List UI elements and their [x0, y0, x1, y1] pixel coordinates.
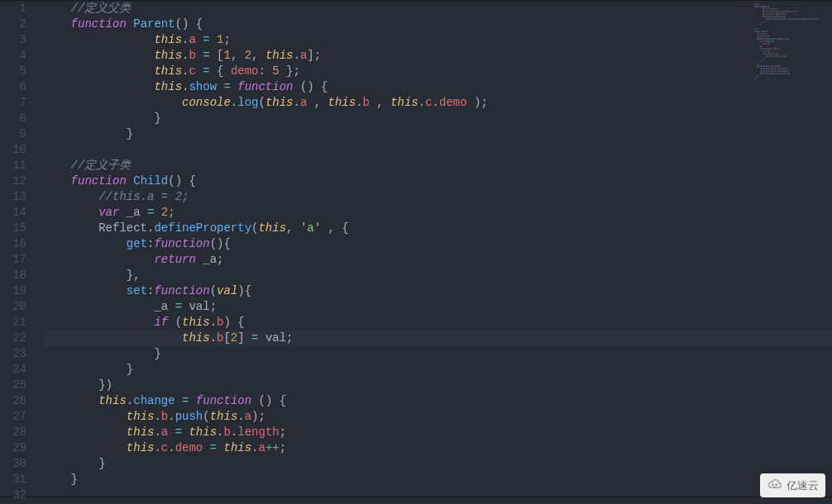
code-line[interactable]: },: [43, 268, 832, 283]
watermark-badge: 亿速云: [760, 473, 825, 497]
code-content[interactable]: //定义父类 function Parent() { this.a = 1; t…: [35, 1, 832, 497]
line-number: 8: [0, 111, 26, 126]
code-line[interactable]: if (this.b) {: [43, 315, 832, 330]
code-line[interactable]: this.b[2] = val;: [43, 330, 832, 346]
line-number: 13: [0, 189, 26, 205]
line-number: 30: [0, 456, 26, 472]
line-number: 15: [0, 221, 26, 236]
line-number: 6: [0, 79, 26, 95]
line-number: 25: [0, 378, 26, 393]
code-line[interactable]: var _a = 2;: [43, 205, 832, 221]
line-number-gutter: 1234567891011121314151617181920212223242…: [0, 1, 35, 497]
code-line[interactable]: }): [43, 378, 832, 393]
code-line[interactable]: //this.a = 2;: [43, 189, 832, 205]
code-line[interactable]: _a = val;: [43, 299, 832, 315]
line-number: 20: [0, 299, 26, 315]
line-number: 22: [0, 330, 26, 346]
line-number: 16: [0, 236, 26, 252]
line-number: 1: [0, 1, 26, 17]
code-line[interactable]: this.b.push(this.a);: [43, 409, 832, 425]
code-line[interactable]: get:function(){: [43, 236, 832, 252]
line-number: 27: [0, 409, 26, 425]
line-number: 10: [0, 142, 26, 158]
code-line[interactable]: return _a;: [43, 252, 832, 268]
line-number: 31: [0, 472, 26, 487]
code-line[interactable]: }: [43, 456, 832, 472]
line-number: 24: [0, 362, 26, 378]
cloud-icon: [767, 477, 783, 494]
code-line[interactable]: set:function(val){: [43, 283, 832, 299]
code-line[interactable]: }: [43, 362, 832, 378]
code-line[interactable]: this.b = [1, 2, this.a];: [43, 48, 832, 64]
line-number: 29: [0, 440, 26, 456]
code-line[interactable]: }: [43, 126, 832, 142]
line-number: 7: [0, 95, 26, 111]
line-number: 9: [0, 126, 26, 142]
code-line[interactable]: //定义子类: [43, 158, 832, 174]
line-number: 2: [0, 17, 26, 32]
line-number: 23: [0, 346, 26, 362]
code-line[interactable]: }: [43, 472, 832, 487]
code-line[interactable]: //定义父类: [43, 1, 832, 17]
code-editor[interactable]: 1234567891011121314151617181920212223242…: [0, 0, 832, 497]
code-line[interactable]: }: [43, 346, 832, 362]
line-number: 21: [0, 315, 26, 330]
code-line[interactable]: console.log(this.a , this.b , this.c.dem…: [43, 95, 832, 111]
code-line[interactable]: this.c = { demo: 5 };: [43, 64, 832, 79]
code-line[interactable]: function Parent() {: [43, 17, 832, 32]
line-number: 4: [0, 48, 26, 64]
line-number: 26: [0, 393, 26, 409]
code-line[interactable]: [43, 487, 832, 503]
line-number: 5: [0, 64, 26, 79]
line-number: 18: [0, 268, 26, 283]
svg-point-1: [776, 484, 777, 486]
svg-point-0: [772, 484, 774, 486]
code-line[interactable]: [43, 142, 832, 158]
code-line[interactable]: Reflect.defineProperty(this, 'a' , {: [43, 221, 832, 236]
line-number: 19: [0, 283, 26, 299]
code-line[interactable]: this.c.demo = this.a++;: [43, 440, 832, 456]
code-line[interactable]: this.a = this.b.length;: [43, 425, 832, 440]
line-number: 17: [0, 252, 26, 268]
line-number: 3: [0, 32, 26, 48]
line-number: 11: [0, 158, 26, 174]
code-line[interactable]: this.change = function () {: [43, 393, 832, 409]
line-number: 12: [0, 174, 26, 189]
watermark-text: 亿速云: [787, 478, 819, 493]
code-line[interactable]: function Child() {: [43, 174, 832, 189]
code-line[interactable]: this.show = function () {: [43, 79, 832, 95]
line-number: 28: [0, 425, 26, 440]
line-number: 14: [0, 205, 26, 221]
code-line[interactable]: this.a = 1;: [43, 32, 832, 48]
line-number: 32: [0, 487, 26, 503]
code-line[interactable]: }: [43, 111, 832, 126]
